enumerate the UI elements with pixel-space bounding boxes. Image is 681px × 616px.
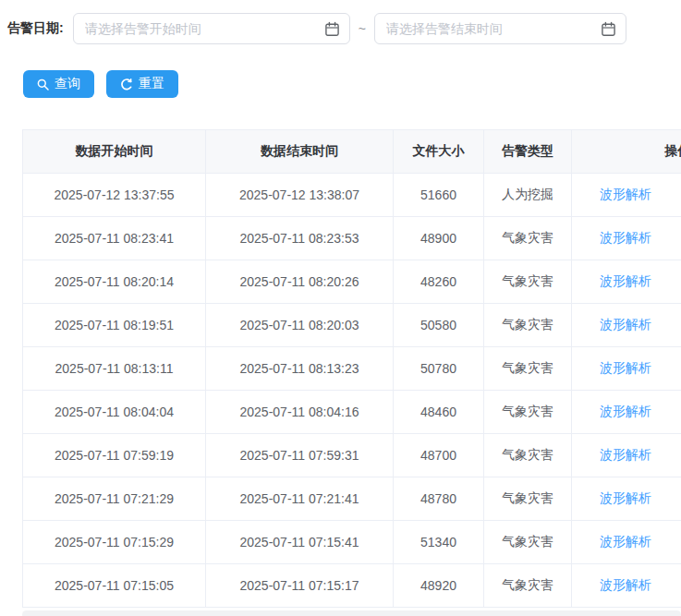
table-row: 2025-07-11 08:19:512025-07-11 08:20:0350… <box>23 304 681 347</box>
query-button-label: 查询 <box>55 76 80 92</box>
reset-button-label: 重置 <box>139 76 164 92</box>
cell-end-time: 2025-07-11 08:13:23 <box>206 347 394 391</box>
alarm-table-container: 数据开始时间 数据结束时间 文件大小 告警类型 操作 2025-07-12 13… <box>22 129 681 608</box>
cell-end-time: 2025-07-11 08:23:53 <box>206 217 394 260</box>
cell-file-size: 51340 <box>394 521 484 564</box>
cell-start-time: 2025-07-11 07:15:05 <box>23 564 206 608</box>
col-header-end-time: 数据结束时间 <box>206 130 394 174</box>
filter-bar: 告警日期: ~ <box>0 0 681 44</box>
cell-operation: 波形解析 <box>572 564 681 608</box>
cell-start-time: 2025-07-11 08:13:11 <box>23 347 206 391</box>
start-date-picker[interactable] <box>73 13 350 44</box>
end-date-picker[interactable] <box>374 13 626 44</box>
col-header-start-time: 数据开始时间 <box>23 130 206 174</box>
refresh-icon <box>120 78 133 91</box>
waveform-analysis-link[interactable]: 波形解析 <box>600 404 651 418</box>
table-row: 2025-07-11 07:15:292025-07-11 07:15:4151… <box>23 521 681 564</box>
cell-operation: 波形解析 <box>572 174 681 217</box>
cell-operation: 波形解析 <box>572 260 681 304</box>
waveform-analysis-link[interactable]: 波形解析 <box>600 230 651 245</box>
reset-button[interactable]: 重置 <box>106 70 178 98</box>
table-row: 2025-07-11 08:04:042025-07-11 08:04:1648… <box>23 391 681 434</box>
col-header-file-size: 文件大小 <box>394 130 484 174</box>
alarm-table: 数据开始时间 数据结束时间 文件大小 告警类型 操作 2025-07-12 13… <box>22 129 681 608</box>
cell-file-size: 50780 <box>394 347 484 391</box>
cell-alarm-type: 气象灾害 <box>484 564 572 608</box>
col-header-operation: 操作 <box>572 130 681 174</box>
table-header: 数据开始时间 数据结束时间 文件大小 告警类型 操作 <box>23 130 681 174</box>
date-range-separator: ~ <box>359 21 366 36</box>
cell-end-time: 2025-07-11 08:20:26 <box>206 260 394 304</box>
cell-operation: 波形解析 <box>572 217 681 260</box>
cell-alarm-type: 气象灾害 <box>484 260 572 304</box>
table-row: 2025-07-11 08:20:142025-07-11 08:20:2648… <box>23 260 681 304</box>
cell-file-size: 51660 <box>394 174 484 217</box>
query-button[interactable]: 查询 <box>23 70 94 98</box>
cell-start-time: 2025-07-11 08:20:14 <box>23 260 206 304</box>
table-row: 2025-07-11 07:59:192025-07-11 07:59:3148… <box>23 434 681 477</box>
cell-start-time: 2025-07-11 07:21:29 <box>23 477 206 521</box>
table-row: 2025-07-11 08:13:112025-07-11 08:13:2350… <box>23 347 681 391</box>
search-icon <box>37 79 49 91</box>
cell-file-size: 48900 <box>394 217 484 260</box>
cell-start-time: 2025-07-12 13:37:55 <box>23 174 206 217</box>
waveform-analysis-link[interactable]: 波形解析 <box>600 360 651 375</box>
waveform-analysis-link[interactable]: 波形解析 <box>600 273 651 288</box>
cell-end-time: 2025-07-11 08:20:03 <box>206 304 394 347</box>
cell-end-time: 2025-07-11 07:59:31 <box>206 434 394 477</box>
cell-start-time: 2025-07-11 08:19:51 <box>23 304 206 347</box>
cell-start-time: 2025-07-11 07:15:29 <box>23 521 206 564</box>
cell-end-time: 2025-07-11 07:15:17 <box>206 564 394 608</box>
cell-alarm-type: 气象灾害 <box>484 347 572 391</box>
waveform-analysis-link[interactable]: 波形解析 <box>600 534 651 549</box>
waveform-analysis-link[interactable]: 波形解析 <box>600 577 651 592</box>
table-row: 2025-07-11 07:15:052025-07-11 07:15:1748… <box>23 564 681 608</box>
cell-start-time: 2025-07-11 07:59:19 <box>23 434 206 477</box>
table-row: 2025-07-12 13:37:552025-07-12 13:38:0751… <box>23 174 681 217</box>
cell-operation: 波形解析 <box>572 521 681 564</box>
cell-file-size: 50580 <box>394 304 484 347</box>
cell-alarm-type: 气象灾害 <box>484 217 572 260</box>
action-toolbar: 查询 重置 <box>23 70 681 98</box>
cell-end-time: 2025-07-11 08:04:16 <box>206 391 394 434</box>
cell-start-time: 2025-07-11 08:04:04 <box>23 391 206 434</box>
horizontal-scrollbar[interactable] <box>22 610 681 616</box>
cell-operation: 波形解析 <box>572 347 681 391</box>
start-date-input[interactable] <box>74 14 349 43</box>
cell-operation: 波形解析 <box>572 391 681 434</box>
cell-end-time: 2025-07-11 07:21:41 <box>206 477 394 521</box>
cell-start-time: 2025-07-11 08:23:41 <box>23 217 206 260</box>
waveform-analysis-link[interactable]: 波形解析 <box>600 317 651 332</box>
cell-alarm-type: 气象灾害 <box>484 477 572 521</box>
cell-alarm-type: 气象灾害 <box>484 434 572 477</box>
alarm-date-label: 告警日期: <box>7 20 64 37</box>
cell-file-size: 48260 <box>394 260 484 304</box>
cell-file-size: 48920 <box>394 564 484 608</box>
waveform-analysis-link[interactable]: 波形解析 <box>600 490 651 505</box>
cell-operation: 波形解析 <box>572 304 681 347</box>
waveform-analysis-link[interactable]: 波形解析 <box>600 447 651 462</box>
cell-alarm-type: 气象灾害 <box>484 521 572 564</box>
table-row: 2025-07-11 07:21:292025-07-11 07:21:4148… <box>23 477 681 521</box>
cell-alarm-type: 气象灾害 <box>484 304 572 347</box>
cell-alarm-type: 气象灾害 <box>484 391 572 434</box>
table-row: 2025-07-11 08:23:412025-07-11 08:23:5348… <box>23 217 681 260</box>
cell-end-time: 2025-07-12 13:38:07 <box>206 174 394 217</box>
cell-file-size: 48700 <box>394 434 484 477</box>
cell-end-time: 2025-07-11 07:15:41 <box>206 521 394 564</box>
cell-file-size: 48460 <box>394 391 484 434</box>
cell-operation: 波形解析 <box>572 477 681 521</box>
col-header-alarm-type: 告警类型 <box>484 130 572 174</box>
cell-alarm-type: 人为挖掘 <box>484 174 572 217</box>
cell-file-size: 48780 <box>394 477 484 521</box>
end-date-input[interactable] <box>375 14 626 43</box>
cell-operation: 波形解析 <box>572 434 681 477</box>
waveform-analysis-link[interactable]: 波形解析 <box>600 187 651 201</box>
table-body: 2025-07-12 13:37:552025-07-12 13:38:0751… <box>23 174 681 608</box>
